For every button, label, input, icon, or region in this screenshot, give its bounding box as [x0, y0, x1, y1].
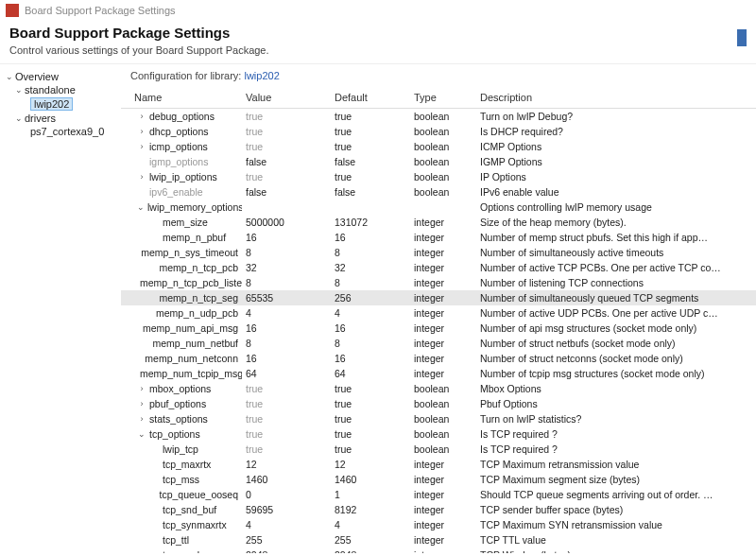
setting-row[interactable]: memp_num_api_msg1616integerNumber of api…: [121, 321, 756, 336]
setting-row[interactable]: memp_n_sys_timeout88integerNumber of sim…: [121, 245, 756, 260]
setting-value[interactable]: [242, 206, 331, 208]
tree-node-drivers[interactable]: ⌄ drivers: [4, 112, 117, 125]
setting-row[interactable]: memp_num_netconn1616integerNumber of str…: [121, 351, 756, 366]
setting-name: stats_options: [149, 413, 208, 425]
setting-value[interactable]: 32: [242, 261, 331, 274]
setting-value[interactable]: 4: [242, 518, 331, 531]
setting-type: integer: [410, 261, 476, 274]
setting-value[interactable]: 0: [242, 488, 331, 501]
setting-value[interactable]: 65535: [242, 291, 331, 304]
setting-desc: TCP Maximum segment size (bytes): [476, 473, 728, 486]
setting-row[interactable]: tcp_queue_ooseq01integerShould TCP queue…: [121, 487, 756, 502]
setting-row[interactable]: memp_n_tcp_pcb_listen88integerNumber of …: [121, 275, 756, 290]
setting-row[interactable]: ›mbox_optionstruetruebooleanMbox Options: [121, 381, 756, 396]
setting-value[interactable]: 2048: [242, 548, 331, 553]
col-value[interactable]: Value: [242, 89, 331, 106]
setting-row[interactable]: lwip_tcptruetruebooleanIs TCP required ?: [121, 442, 756, 457]
setting-row[interactable]: memp_n_udp_pcb44integerNumber of active …: [121, 305, 756, 321]
setting-value[interactable]: 16: [242, 231, 331, 244]
setting-row[interactable]: ⌄tcp_optionstruetruebooleanIs TCP requir…: [121, 426, 756, 442]
setting-value[interactable]: 8: [242, 337, 331, 350]
setting-desc: IGMP Options: [476, 155, 728, 168]
setting-row[interactable]: igmp_optionsfalsefalsebooleanIGMP Option…: [121, 154, 756, 169]
chevron-down-icon[interactable]: ⌄: [137, 429, 146, 439]
setting-desc: ICMP Options: [476, 140, 728, 153]
chevron-right-icon[interactable]: ›: [137, 414, 146, 424]
setting-value[interactable]: false: [242, 155, 331, 168]
library-link[interactable]: lwip202: [244, 70, 279, 81]
col-default[interactable]: Default: [331, 89, 410, 106]
nav-tree[interactable]: ⌄ Overview ⌄ standalone lwip202 ⌄ driver…: [0, 64, 121, 553]
setting-row[interactable]: mem_size5000000131072integerSize of the …: [121, 215, 756, 230]
chevron-down-icon[interactable]: ⌄: [6, 72, 15, 81]
setting-row[interactable]: memp_n_pbuf1616integerNumber of memp str…: [121, 230, 756, 245]
setting-row[interactable]: memp_n_tcp_seg65535256integerNumber of s…: [121, 290, 756, 305]
chevron-down-icon[interactable]: ⌄: [15, 85, 25, 95]
setting-desc: Options controlling lwIP memory usage: [476, 200, 728, 214]
setting-value[interactable]: 1460: [242, 473, 331, 486]
setting-value[interactable]: true: [242, 443, 331, 456]
setting-row[interactable]: tcp_synmaxrtx44integerTCP Maximum SYN re…: [121, 517, 756, 532]
setting-name: memp_num_tcpip_msg: [140, 368, 242, 379]
chevron-right-icon[interactable]: ›: [137, 172, 146, 182]
chevron-right-icon[interactable]: ›: [137, 142, 146, 151]
setting-value[interactable]: true: [242, 397, 331, 410]
setting-row[interactable]: tcp_mss14601460integerTCP Maximum segmen…: [121, 472, 756, 487]
setting-row[interactable]: ›lwip_ip_optionstruetruebooleanIP Option…: [121, 169, 756, 184]
setting-value[interactable]: 12: [242, 458, 331, 471]
chevron-right-icon[interactable]: ›: [137, 112, 146, 121]
setting-name: debug_options: [149, 111, 215, 122]
setting-row[interactable]: ›dhcp_optionstruetruebooleanIs DHCP requ…: [121, 124, 756, 139]
chevron-down-icon[interactable]: ⌄: [15, 113, 25, 123]
setting-row[interactable]: ›stats_optionstruetruebooleanTurn on lwI…: [121, 411, 756, 426]
chevron-down-icon[interactable]: ⌄: [137, 202, 145, 212]
setting-value[interactable]: 255: [242, 533, 331, 547]
col-type[interactable]: Type: [410, 89, 476, 106]
tree-node-cortex[interactable]: ps7_cortexa9_0: [4, 125, 117, 138]
chevron-right-icon[interactable]: ›: [137, 127, 146, 136]
setting-row[interactable]: memp_n_tcp_pcb3232integerNumber of activ…: [121, 260, 756, 275]
chevron-right-icon[interactable]: ›: [137, 399, 146, 408]
setting-name: ipv6_enable: [149, 186, 203, 198]
tree-node-lwip[interactable]: lwip202: [4, 96, 117, 112]
setting-value[interactable]: true: [242, 170, 331, 183]
setting-desc: Number of active UDP PCBs. One per activ…: [476, 306, 728, 320]
setting-row[interactable]: memp_num_tcpip_msg6464integerNumber of t…: [121, 366, 756, 381]
setting-value[interactable]: true: [242, 412, 331, 426]
setting-row[interactable]: ›icmp_optionstruetruebooleanICMP Options: [121, 139, 756, 154]
setting-row[interactable]: ipv6_enablefalsefalsebooleanIPv6 enable …: [121, 184, 756, 200]
setting-name: lwip_ip_options: [149, 171, 217, 182]
setting-row[interactable]: tcp_wnd20482048integerTCP Window (bytes): [121, 547, 756, 553]
setting-default: 16: [331, 321, 410, 335]
setting-value[interactable]: 4: [242, 306, 331, 320]
setting-value[interactable]: 16: [242, 352, 331, 365]
setting-value[interactable]: true: [242, 382, 331, 395]
setting-row[interactable]: memp_num_netbuf88integerNumber of struct…: [121, 336, 756, 351]
setting-row[interactable]: tcp_ttl255255integerTCP TTL value: [121, 532, 756, 547]
setting-default: 4: [331, 306, 410, 320]
col-name[interactable]: Name: [130, 89, 242, 106]
col-desc[interactable]: Description: [476, 89, 728, 106]
setting-value[interactable]: 59695: [242, 503, 331, 516]
setting-value[interactable]: 8: [242, 276, 331, 289]
setting-desc: Number of active TCP PCBs. One per activ…: [476, 261, 728, 274]
setting-row[interactable]: tcp_maxrtx1212integerTCP Maximum retrans…: [121, 457, 756, 472]
setting-value[interactable]: true: [242, 110, 331, 123]
setting-value[interactable]: false: [242, 185, 331, 199]
setting-value[interactable]: true: [242, 125, 331, 138]
grid-body[interactable]: ›debug_optionstruetruebooleanTurn on lwI…: [121, 109, 756, 553]
tree-label: ps7_cortexa9_0: [30, 126, 104, 137]
tree-node-overview[interactable]: ⌄ Overview: [4, 70, 117, 83]
setting-row[interactable]: ›debug_optionstruetruebooleanTurn on lwI…: [121, 109, 756, 124]
setting-value[interactable]: 8: [242, 246, 331, 259]
setting-value[interactable]: true: [242, 427, 331, 441]
setting-value[interactable]: true: [242, 140, 331, 153]
setting-value[interactable]: 5000000: [242, 216, 331, 229]
setting-row[interactable]: ⌄lwip_memory_optionsOptions controlling …: [121, 200, 756, 215]
setting-value[interactable]: 16: [242, 321, 331, 335]
chevron-right-icon[interactable]: ›: [137, 384, 146, 393]
setting-row[interactable]: ›pbuf_optionstruetruebooleanPbuf Options: [121, 396, 756, 411]
tree-node-standalone[interactable]: ⌄ standalone: [4, 83, 117, 96]
setting-row[interactable]: tcp_snd_buf596958192integerTCP sender bu…: [121, 502, 756, 517]
setting-value[interactable]: 64: [242, 367, 331, 380]
